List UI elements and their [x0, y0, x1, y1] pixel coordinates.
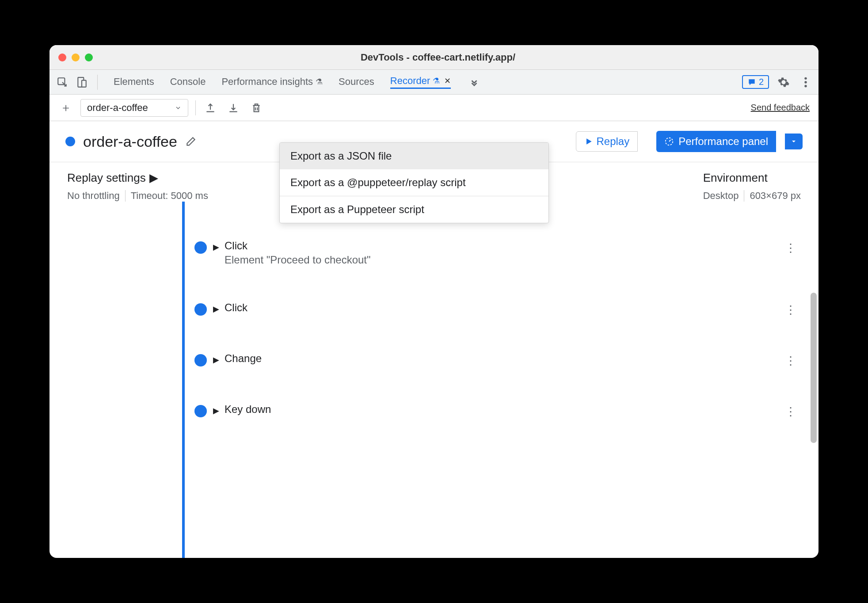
close-window-button[interactable] [58, 53, 66, 61]
gauge-icon [664, 137, 674, 146]
export-puppeteer-replay-option[interactable]: Export as a @puppeteer/replay script [280, 169, 548, 196]
caret-right-icon[interactable]: ▶ [213, 406, 219, 416]
svg-point-3 [804, 77, 807, 79]
step-item[interactable]: ▶ Change ⋮ [182, 343, 801, 377]
recorder-toolbar: ＋ order-a-coffee Send feedback [49, 95, 819, 121]
settings-gear-icon[interactable] [776, 75, 791, 90]
throttling-value: No throttling [67, 190, 120, 202]
record-indicator-icon [65, 137, 75, 146]
step-dot-icon [194, 405, 207, 417]
step-label: Click [225, 240, 785, 252]
maximize-window-button[interactable] [85, 53, 93, 61]
step-item[interactable]: ▶ Click ⋮ [182, 293, 801, 326]
step-description: Element "Proceed to checkout" [225, 254, 785, 266]
timeout-value: Timeout: 5000 ms [131, 190, 208, 202]
tab-console[interactable]: Console [170, 76, 206, 88]
step-dot-icon [194, 303, 207, 316]
issues-badge[interactable]: 2 [742, 75, 769, 89]
scrollbar-thumb[interactable] [811, 293, 817, 443]
recording-select-value: order-a-coffee [87, 102, 148, 114]
import-button[interactable] [226, 100, 241, 115]
divider [744, 190, 744, 202]
delete-button[interactable] [249, 100, 264, 115]
device-value: Desktop [703, 190, 739, 202]
minimize-window-button[interactable] [72, 53, 80, 61]
more-tabs-icon[interactable] [467, 75, 482, 90]
step-label: Change [225, 352, 785, 365]
chevron-down-icon [175, 104, 182, 111]
close-tab-icon[interactable]: ✕ [444, 76, 451, 86]
export-json-option[interactable]: Export as a JSON file [280, 143, 548, 169]
recording-select[interactable]: order-a-coffee [80, 99, 188, 117]
svg-rect-2 [82, 80, 86, 87]
traffic-lights [58, 53, 93, 61]
devtools-tab-bar: Elements Console Performance insights⚗ S… [49, 70, 819, 95]
caret-right-icon: ▶ [149, 171, 158, 185]
issues-count: 2 [759, 77, 764, 87]
step-item[interactable]: ▶ Key down ⋮ [182, 394, 801, 427]
divider [125, 190, 126, 202]
step-kebab-menu[interactable]: ⋮ [785, 405, 796, 419]
step-label: Key down [225, 403, 785, 416]
replay-settings-toggle[interactable]: Replay settings ▶ [67, 171, 208, 185]
caret-right-icon[interactable]: ▶ [213, 355, 219, 365]
kebab-menu-icon[interactable] [798, 75, 813, 90]
step-dot-icon [194, 354, 207, 366]
inspect-element-icon[interactable] [55, 75, 70, 90]
window-title: DevTools - coffee-cart.netlify.app/ [93, 52, 783, 63]
export-button[interactable] [203, 100, 218, 115]
caret-down-icon [790, 138, 797, 145]
performance-panel-dropdown[interactable] [785, 134, 803, 149]
send-feedback-link[interactable]: Send feedback [751, 103, 810, 113]
caret-right-icon[interactable]: ▶ [213, 242, 219, 252]
export-menu: Export as a JSON file Export as a @puppe… [279, 142, 549, 223]
flask-icon: ⚗ [433, 76, 440, 86]
step-kebab-menu[interactable]: ⋮ [785, 241, 796, 255]
svg-point-4 [804, 81, 807, 83]
step-item[interactable]: ▶ Click Element "Proceed to checkout" ⋮ [182, 231, 801, 275]
performance-panel-button[interactable]: Performance panel [656, 131, 776, 152]
environment-title: Environment [703, 171, 801, 185]
edit-title-button[interactable] [185, 136, 197, 147]
tab-performance-insights[interactable]: Performance insights⚗ [221, 76, 323, 88]
tab-recorder[interactable]: Recorder⚗✕ [390, 75, 451, 89]
device-toolbar-icon[interactable] [74, 75, 89, 90]
step-kebab-menu[interactable]: ⋮ [785, 303, 796, 317]
titlebar: DevTools - coffee-cart.netlify.app/ [49, 45, 819, 70]
play-icon [584, 137, 593, 146]
step-kebab-menu[interactable]: ⋮ [785, 354, 796, 368]
replay-button[interactable]: Replay [576, 131, 638, 152]
steps-area: ▶ Click Element "Proceed to checkout" ⋮ … [49, 202, 819, 558]
tab-sources[interactable]: Sources [339, 76, 374, 88]
caret-right-icon[interactable]: ▶ [213, 304, 219, 314]
recording-title: order-a-coffee [83, 133, 177, 150]
svg-point-5 [804, 84, 807, 87]
tab-elements[interactable]: Elements [114, 76, 154, 88]
step-dot-icon [194, 241, 207, 254]
step-label: Click [225, 302, 785, 314]
viewport-value: 603×679 px [750, 190, 801, 202]
devtools-window: DevTools - coffee-cart.netlify.app/ Elem… [49, 45, 819, 558]
flask-icon: ⚗ [316, 77, 323, 87]
new-recording-button[interactable]: ＋ [58, 100, 73, 115]
export-puppeteer-option[interactable]: Export as a Puppeteer script [280, 196, 548, 223]
